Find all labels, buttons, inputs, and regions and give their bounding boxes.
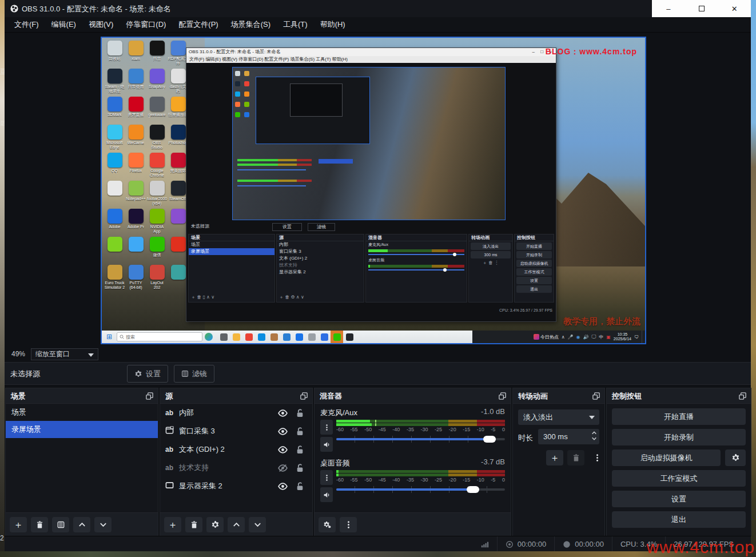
close-button[interactable]: ✕ [718, 0, 751, 17]
maximize-button[interactable] [685, 0, 718, 17]
source-row[interactable]: 窗口采集 3 [160, 422, 312, 440]
titlebar[interactable]: OBS 31.0.0 - 配置文件: 未命名 - 场景: 未命名 – ✕ [5, 0, 751, 17]
settings-button[interactable]: 设置 [612, 491, 746, 507]
chevron-down-icon [88, 353, 94, 357]
sources-panel: 源 ab 内部 窗口采集 3 ab 文本 (GDI+) 2 ab 技术支持 [160, 388, 312, 536]
scene-item-selected[interactable]: 录屏场景 [6, 421, 158, 438]
zoom-mode-select[interactable]: 缩放至窗口 [31, 348, 98, 360]
nested-scenes-panel: 场景 场景 录屏场景 ＋ 🗑 ▯ ∧ ∨ [189, 234, 274, 302]
start-recording-button[interactable]: 开始录制 [612, 429, 746, 445]
meter-tick-label: -55 [351, 427, 358, 433]
mixer-channel: 麦克风/Aux -1.0 dB -60-55-50-45-40-35-30-25… [315, 404, 511, 453]
filters-icon [181, 370, 189, 377]
transition-select[interactable]: 淡入淡出 [518, 409, 599, 425]
source-properties-gear-button[interactable] [206, 517, 224, 532]
taskbar-app-icon [293, 331, 305, 343]
virtual-camera-config-button[interactable] [725, 449, 746, 466]
menu-docks[interactable]: 停靠窗口(D) [120, 17, 172, 32]
popout-icon[interactable] [300, 392, 308, 400]
source-row-hidden[interactable]: ab 技术支持 [160, 459, 312, 477]
add-scene-button[interactable]: ＋ [10, 517, 27, 532]
speaker-icon[interactable] [320, 487, 333, 502]
source-filters-button[interactable]: 滤镜 [174, 365, 214, 383]
add-transition-button[interactable]: ＋ [546, 450, 563, 466]
chevron-down-icon [589, 416, 595, 419]
desktop-icon: Photoshop [168, 123, 189, 151]
mixer-header: 混音器 [315, 388, 511, 404]
visibility-eye-slash-icon[interactable] [273, 463, 292, 473]
desktop-icon: Notepad++ [125, 179, 146, 207]
nested-obs-level3 [256, 77, 370, 144]
lock-icon[interactable] [292, 482, 307, 491]
menu-profile[interactable]: 配置文件(P) [172, 17, 224, 32]
exit-button[interactable]: 退出 [612, 511, 746, 528]
popout-icon[interactable] [738, 392, 747, 400]
menu-help[interactable]: 帮助(H) [314, 17, 352, 32]
popout-icon[interactable] [145, 392, 154, 400]
minimize-button[interactable]: – [652, 0, 685, 17]
advanced-audio-button[interactable] [319, 517, 336, 532]
lock-icon[interactable] [292, 408, 307, 418]
visibility-eye-icon[interactable] [273, 427, 292, 436]
lock-icon[interactable] [292, 445, 307, 455]
lock-icon[interactable] [292, 463, 307, 473]
source-row[interactable]: 显示器采集 2 [160, 477, 312, 495]
spin-arrows[interactable] [591, 431, 597, 441]
menu-scene-collection[interactable]: 场景集合(S) [225, 17, 277, 32]
remove-transition-button[interactable] [567, 450, 584, 466]
mini-meter [237, 164, 312, 166]
source-properties-button[interactable]: 设置 [127, 365, 168, 383]
visibility-eye-icon[interactable] [273, 482, 292, 491]
volume-slider-handle[interactable] [467, 486, 479, 493]
mini-icon [244, 71, 249, 76]
lock-icon[interactable] [292, 427, 307, 436]
move-source-down-button[interactable] [249, 517, 266, 532]
start-virtual-camera-button[interactable]: 启动虚拟摄像机 [612, 449, 721, 466]
stream-status-icon [506, 540, 514, 548]
duration-spinbox[interactable]: 300 ms [538, 429, 599, 444]
show-desktop-button [642, 331, 643, 343]
preview-canvas[interactable]: 回收站xiam抖音RDP配置文件Steam - 绝地求生日常使用SnapAnyd… [101, 37, 646, 344]
mixer-menu-button[interactable] [340, 517, 357, 532]
popout-icon[interactable] [592, 392, 600, 400]
channel-menu-button[interactable] [320, 470, 333, 485]
move-scene-down-button[interactable] [94, 517, 112, 532]
menu-edit[interactable]: 编辑(E) [45, 17, 82, 32]
visibility-eye-icon[interactable] [273, 408, 292, 418]
volume-slider-handle[interactable] [483, 436, 496, 443]
scene-filters-button[interactable] [52, 517, 69, 532]
remove-scene-button[interactable] [31, 517, 48, 532]
mixer-panel: 混音器 麦克风/Aux -1.0 dB -60-55-50-45-40-35-3… [315, 388, 511, 536]
scene-item[interactable]: 场景 [6, 404, 158, 421]
volume-slider[interactable] [336, 485, 505, 494]
speaker-icon[interactable] [320, 437, 333, 452]
source-row[interactable]: ab 文本 (GDI+) 2 [160, 440, 312, 459]
channel-menu-button[interactable] [320, 420, 333, 435]
studio-mode-button[interactable]: 工作室模式 [612, 470, 746, 487]
move-source-up-button[interactable] [228, 517, 245, 532]
volume-slider[interactable] [336, 435, 505, 444]
move-scene-up-button[interactable] [73, 517, 90, 532]
taskbar-app-icon [305, 331, 318, 343]
remove-source-button[interactable] [185, 517, 202, 532]
menu-tools[interactable]: 工具(T) [277, 17, 314, 32]
menu-view[interactable]: 视图(V) [82, 17, 120, 32]
meter-tick-label: -20 [449, 427, 456, 433]
volume-db-label: -1.0 dB [481, 407, 505, 416]
desktop-icon: RDP配置文件 [168, 39, 189, 67]
stream-timer: 00:00:00 [498, 536, 555, 552]
start-streaming-button[interactable]: 开始直播 [612, 408, 746, 425]
taskbar-search: 搜索 [117, 332, 202, 341]
taskbar-icons [217, 331, 356, 343]
desktop-icon [168, 235, 189, 263]
transitions-header: 转场动画 [513, 388, 604, 404]
mini-icon [235, 91, 240, 97]
transition-menu-button[interactable] [588, 450, 606, 466]
menu-file[interactable]: 文件(F) [8, 17, 45, 32]
vu-meter-left [336, 470, 505, 473]
source-row[interactable]: ab 内部 [160, 404, 312, 422]
meter-scale: -60-55-50-45-40-35-30-25-20-15-10-50 [336, 477, 505, 484]
visibility-eye-icon[interactable] [273, 445, 292, 455]
add-source-button[interactable]: ＋ [164, 517, 181, 532]
popout-icon[interactable] [498, 392, 507, 400]
